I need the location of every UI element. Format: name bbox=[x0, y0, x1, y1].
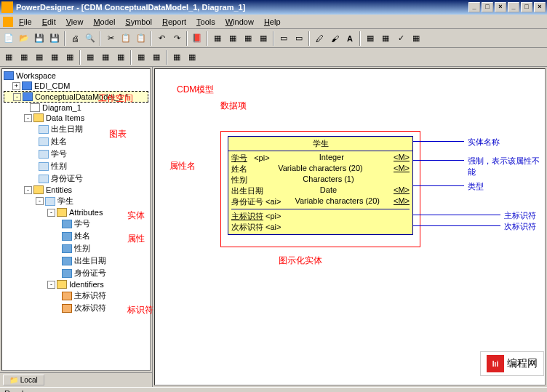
toolbar-2: ▦ ▦ ▦ ▦ ▦ ▦ ▦ ▦ ▦ ▦ ▦ ▦ bbox=[0, 48, 547, 67]
t2-l-icon[interactable]: ▦ bbox=[185, 50, 199, 65]
anno-entity-name: 实体名称 bbox=[468, 137, 500, 148]
line-pk bbox=[413, 215, 500, 215]
tool-c-icon[interactable]: ▦ bbox=[241, 31, 255, 46]
anno-attr-name: 属性名 bbox=[169, 160, 196, 172]
t2-a-icon[interactable]: ▦ bbox=[1, 50, 16, 65]
tool-h-icon[interactable]: 🖌 bbox=[327, 31, 342, 46]
tab-local[interactable]: 📁 Local bbox=[3, 375, 44, 385]
t2-c-icon[interactable]: ▦ bbox=[32, 50, 47, 65]
anno-diagram: 图表 bbox=[109, 128, 127, 140]
anno-data-items: 数据项 bbox=[220, 100, 247, 112]
grid2-icon[interactable]: ▦ bbox=[378, 31, 393, 46]
copy-icon[interactable]: 📋 bbox=[119, 31, 133, 46]
menu-symbol[interactable]: Symbol bbox=[121, 16, 156, 28]
site-logo: lıi 编程网 bbox=[480, 351, 544, 376]
entity-attrs: 学号 <pi>Integer<M> 姓名Variable characters … bbox=[228, 151, 412, 234]
menu-file[interactable]: File bbox=[15, 16, 36, 28]
tree-workspace[interactable]: Workspace bbox=[4, 71, 148, 81]
tool-g-icon[interactable]: 🖊 bbox=[312, 31, 327, 46]
line-entity-name bbox=[413, 141, 464, 142]
menu-model[interactable]: Model bbox=[89, 16, 119, 28]
menu-tools[interactable]: Tools bbox=[192, 16, 220, 28]
tree-attr-4[interactable]: 身份证号 bbox=[4, 267, 148, 279]
t2-h-icon[interactable]: ▦ bbox=[113, 50, 128, 65]
tree-di-2[interactable]: 学号 bbox=[4, 148, 148, 160]
status-bar: Ready bbox=[0, 387, 547, 392]
preview-icon[interactable]: 🔍 bbox=[83, 31, 97, 46]
save-icon[interactable]: 💾 bbox=[32, 31, 47, 46]
tree-di-1[interactable]: 姓名 bbox=[4, 135, 148, 148]
print-icon[interactable]: 🖨 bbox=[68, 31, 82, 46]
app-icon bbox=[1, 1, 13, 13]
anno-type: 类型 bbox=[468, 181, 484, 192]
anno-identifiers: 标识符 bbox=[127, 304, 153, 316]
window-title: PowerDesigner - [CDM ConceptualDataModel… bbox=[16, 3, 468, 12]
text-icon[interactable]: A bbox=[343, 31, 357, 46]
new-icon[interactable]: 📄 bbox=[1, 31, 16, 46]
menu-window[interactable]: Window bbox=[221, 16, 258, 28]
t2-k-icon[interactable]: ▦ bbox=[169, 50, 184, 65]
tree-di-4[interactable]: 身份证号 bbox=[4, 172, 148, 185]
tree-edi-cdm[interactable]: +EDI_CDM bbox=[4, 81, 148, 91]
anno-ak: 次标识符 bbox=[504, 221, 536, 232]
maximize-button[interactable]: □ bbox=[482, 2, 493, 12]
anno-workspace: 工作空间 bbox=[98, 92, 133, 105]
tree-ids[interactable]: -Identifiers bbox=[4, 279, 148, 289]
anno-entity-graphic: 图示化实体 bbox=[279, 255, 322, 267]
anno-mandatory: 强制，表示该属性不能 bbox=[468, 156, 545, 177]
menu-report[interactable]: Report bbox=[158, 16, 191, 28]
redo-icon[interactable]: ↷ bbox=[169, 31, 184, 46]
tool-b-icon[interactable]: ▦ bbox=[225, 31, 240, 46]
tool-d-icon[interactable]: ▦ bbox=[256, 31, 271, 46]
cut-icon[interactable]: ✂ bbox=[103, 31, 118, 46]
doc-maximize-button[interactable]: □ bbox=[521, 2, 532, 12]
undo-icon[interactable]: ↶ bbox=[154, 31, 169, 46]
paste-icon[interactable]: 📋 bbox=[134, 31, 148, 46]
tree-entities[interactable]: -Entities bbox=[4, 185, 148, 195]
tree-id-0[interactable]: 主标识符 bbox=[4, 289, 148, 302]
close-button[interactable]: × bbox=[495, 2, 506, 12]
diagram-canvas[interactable]: CDM模型 数据项 属性名 学生 学号 <pi>Integer<M> 姓名Var… bbox=[154, 68, 546, 385]
tool-f-icon[interactable]: ▭ bbox=[292, 31, 306, 46]
tree-di-3[interactable]: 性别 bbox=[4, 160, 148, 172]
menu-icon bbox=[3, 17, 13, 27]
book-icon[interactable]: 📕 bbox=[190, 31, 204, 46]
grid-icon[interactable]: ▦ bbox=[363, 31, 378, 46]
anno-attributes: 属性 bbox=[127, 233, 145, 245]
logo-icon: lıi bbox=[487, 355, 504, 372]
t2-b-icon[interactable]: ▦ bbox=[17, 50, 31, 65]
anno-pk: 主标识符 bbox=[504, 210, 536, 221]
entity-box[interactable]: 学生 学号 <pi>Integer<M> 姓名Variable characte… bbox=[228, 136, 413, 235]
toolbar-1: 📄 📂 💾 💾 🖨 🔍 ✂ 📋 📋 ↶ ↷ 📕 ▦ ▦ ▦ ▦ ▭ ▭ 🖊 🖌 … bbox=[0, 29, 547, 48]
t2-d-icon[interactable]: ▦ bbox=[47, 50, 62, 65]
t2-i-icon[interactable]: ▦ bbox=[134, 50, 148, 65]
sidebar: Workspace +EDI_CDM -ConceptualDataModel_… bbox=[0, 67, 153, 387]
t2-e-icon[interactable]: ▦ bbox=[63, 50, 77, 65]
line-mandatory bbox=[413, 160, 464, 161]
anno-entities: 实体 bbox=[127, 209, 145, 222]
saveall-icon[interactable]: 💾 bbox=[47, 31, 62, 46]
tree-dataitems[interactable]: -Data Items bbox=[4, 113, 148, 123]
menu-bar: File Edit View Model Symbol Report Tools… bbox=[0, 15, 547, 29]
doc-close-button[interactable]: × bbox=[534, 2, 546, 12]
sidebar-tabbar: 📁 Local bbox=[0, 372, 152, 387]
tree-entity[interactable]: -学生 bbox=[4, 195, 148, 207]
tool-e-icon[interactable]: ▭ bbox=[276, 31, 291, 46]
t2-j-icon[interactable]: ▦ bbox=[149, 50, 164, 65]
menu-help[interactable]: Help bbox=[260, 16, 285, 28]
tree-di-0[interactable]: 出生日期 bbox=[4, 123, 148, 135]
line-ak bbox=[413, 225, 500, 226]
tool-a-icon[interactable]: ▦ bbox=[210, 31, 225, 46]
doc-minimize-button[interactable]: _ bbox=[508, 2, 519, 12]
menu-view[interactable]: View bbox=[62, 16, 88, 28]
t2-f-icon[interactable]: ▦ bbox=[83, 50, 97, 65]
open-icon[interactable]: 📂 bbox=[17, 31, 31, 46]
gen-icon[interactable]: ▦ bbox=[409, 31, 423, 46]
line-type bbox=[413, 185, 464, 186]
check-icon[interactable]: ✓ bbox=[394, 31, 408, 46]
menu-edit[interactable]: Edit bbox=[38, 16, 60, 28]
title-bar: PowerDesigner - [CDM ConceptualDataModel… bbox=[0, 0, 547, 15]
tree-attr-3[interactable]: 出生日期 bbox=[4, 255, 148, 267]
minimize-button[interactable]: _ bbox=[468, 2, 480, 12]
t2-g-icon[interactable]: ▦ bbox=[98, 50, 113, 65]
